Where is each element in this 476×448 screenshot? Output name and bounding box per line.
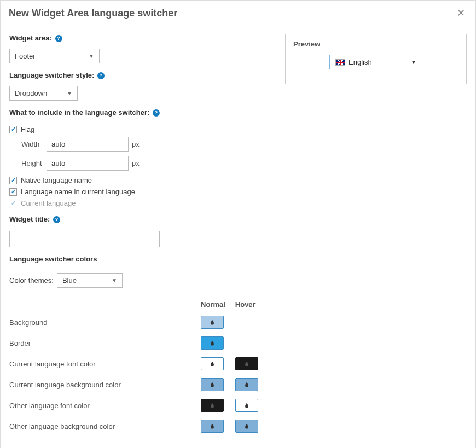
color-row: Current language font color [9, 353, 268, 374]
widget-area-value: Footer [15, 52, 36, 60]
style-select[interactable]: Dropdown ▼ [9, 86, 78, 101]
currentname-checkbox[interactable] [9, 188, 17, 196]
currentlang-checkbox [9, 200, 17, 207]
chevron-down-icon: ▼ [67, 90, 72, 96]
help-icon[interactable]: ? [55, 35, 62, 42]
dialog-body: Widget area: ? Footer ▼ Language switche… [1, 26, 475, 448]
help-icon[interactable]: ? [153, 109, 160, 117]
widget-title-label: Widget title: [9, 215, 50, 223]
color-swatch[interactable] [235, 420, 258, 433]
normal-header: Normal [201, 296, 235, 312]
preview-box: Preview English ▼ [285, 34, 467, 84]
form-column: Widget area: ? Footer ▼ Language switche… [9, 34, 275, 444]
help-icon[interactable]: ? [53, 216, 60, 223]
color-swatch[interactable] [201, 399, 224, 412]
style-value: Dropdown [15, 89, 47, 97]
preview-language-select[interactable]: English ▼ [329, 55, 422, 69]
dialog-title: New Widget Area language switcher [9, 8, 177, 19]
close-icon[interactable]: ✕ [455, 7, 467, 19]
color-row: Background [9, 312, 268, 333]
flag-width-input[interactable] [47, 137, 129, 152]
color-row-label: Background [9, 312, 201, 333]
color-swatch[interactable] [201, 357, 224, 370]
color-swatch[interactable] [201, 316, 224, 329]
color-row-label: Border [9, 333, 201, 353]
native-checkbox-row: Native language name [9, 176, 275, 184]
color-swatch[interactable] [201, 336, 224, 350]
color-themes-label: Color themes: [9, 276, 54, 284]
currentname-checkbox-row: Language name in current language [9, 188, 275, 196]
chevron-down-icon: ▼ [89, 53, 94, 59]
dialog-header: New Widget Area language switcher ✕ [1, 1, 475, 26]
native-label: Native language name [21, 176, 92, 184]
widget-area-select[interactable]: Footer ▼ [9, 49, 100, 63]
currentlang-checkbox-row: Current language [9, 199, 275, 207]
flag-dimensions: Width px Height px [21, 137, 275, 171]
color-row-label: Current language font color [9, 353, 201, 374]
color-row: Other language background color [9, 416, 268, 437]
color-swatch[interactable] [201, 378, 224, 391]
flag-checkbox[interactable] [9, 126, 17, 133]
widget-area-group: Widget area: ? Footer ▼ [9, 34, 275, 63]
widget-title-group: Widget title: ? [9, 215, 275, 247]
color-row: Border [9, 333, 268, 353]
flag-checkbox-row: Flag [9, 125, 275, 133]
hover-header: Hover [235, 296, 268, 312]
height-row: Height px [21, 156, 275, 171]
currentname-label: Language name in current language [21, 188, 135, 196]
color-swatch[interactable] [235, 357, 258, 370]
color-row-label: Current language background color [9, 374, 201, 395]
dialog: New Widget Area language switcher ✕ Widg… [0, 0, 476, 448]
colors-label: Language switcher colors [9, 255, 97, 263]
chevron-down-icon: ▼ [112, 277, 117, 283]
color-table-header: Normal Hover [9, 296, 268, 312]
height-label: Height [21, 159, 47, 167]
native-checkbox[interactable] [9, 177, 17, 184]
widget-title-input[interactable] [9, 231, 160, 247]
color-theme-row: Color themes: Blue ▼ [9, 273, 275, 288]
width-row: Width px [21, 137, 275, 152]
color-theme-select[interactable]: Blue ▼ [57, 273, 123, 288]
flag-height-input[interactable] [47, 156, 129, 171]
color-row: Other language font color [9, 395, 268, 416]
chevron-down-icon: ▼ [411, 59, 416, 65]
color-table: Normal Hover BackgroundBorderCurrent lan… [9, 296, 268, 437]
include-label: What to include in the language switcher… [9, 108, 149, 117]
help-icon[interactable]: ? [97, 72, 105, 79]
color-swatch[interactable] [201, 420, 224, 433]
preview-lang: English [335, 58, 372, 66]
color-row-label: Other language font color [9, 395, 201, 416]
color-swatch[interactable] [235, 399, 258, 412]
preview-column: Preview English ▼ [285, 34, 467, 444]
px-unit: px [132, 140, 140, 148]
style-label: Language switcher style: [9, 71, 94, 79]
widget-area-label: Widget area: [9, 34, 52, 42]
preview-lang-text: English [349, 58, 372, 66]
include-group: What to include in the language switcher… [9, 108, 275, 207]
preview-title: Preview [293, 40, 458, 48]
width-label: Width [21, 140, 47, 148]
px-unit: px [132, 159, 140, 167]
color-row-label: Other language background color [9, 416, 201, 437]
color-theme-value: Blue [62, 276, 77, 284]
flag-label: Flag [21, 125, 34, 133]
currentlang-label: Current language [21, 199, 76, 207]
flag-uk-icon [335, 59, 345, 66]
color-swatch[interactable] [235, 378, 258, 391]
colors-group: Language switcher colors Color themes: B… [9, 255, 275, 437]
style-group: Language switcher style: ? Dropdown ▼ [9, 71, 275, 101]
color-row: Current language background color [9, 374, 268, 395]
